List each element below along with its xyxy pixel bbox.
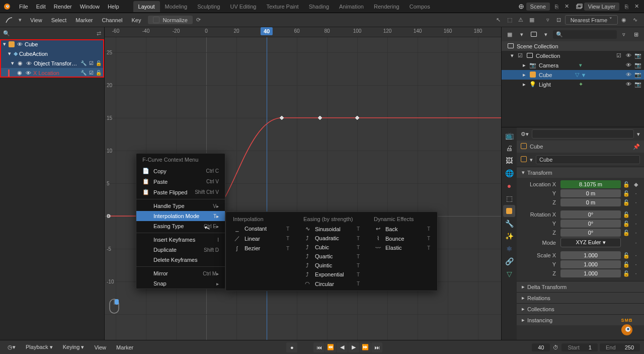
rotation-mode-select[interactable]: XYZ Euler ▾ xyxy=(560,238,621,247)
tab-modeling[interactable]: Modeling xyxy=(160,1,193,12)
channel-row-cube[interactable]: ▾ 👁 Cube xyxy=(0,39,104,49)
editor-type-dropdown-icon[interactable]: ▾ xyxy=(15,15,25,25)
filter-icon[interactable]: ▿ xyxy=(619,29,629,39)
render-camera-icon[interactable]: 📷 xyxy=(634,52,642,59)
editor-type-icon[interactable] xyxy=(4,15,14,25)
disclosure-triangle-icon[interactable]: ▸ xyxy=(522,72,527,78)
lock-icon[interactable]: 🔓 xyxy=(622,229,630,237)
interp-linear[interactable]: ／LinearT xyxy=(228,233,294,244)
disclosure-triangle-icon[interactable]: ▾ xyxy=(2,41,7,47)
options-icon[interactable]: ⚙▾ xyxy=(521,131,529,137)
play-forward-icon[interactable]: ▶ xyxy=(348,342,359,352)
rotation-x-value[interactable]: 0° xyxy=(560,210,621,219)
visibility-eye-icon[interactable]: 👁 xyxy=(16,41,23,47)
current-frame-field[interactable]: 40 xyxy=(532,343,550,351)
keyframe-icon[interactable]: · xyxy=(632,229,640,237)
location-y-value[interactable]: 0 m xyxy=(560,189,621,197)
proportional-falloff-icon[interactable]: ∿ xyxy=(630,15,640,25)
ctx-paste-flipped[interactable]: 📋Paste FlippedShift Ctrl V xyxy=(136,187,225,197)
timeline-marker-menu[interactable]: Marker xyxy=(113,343,137,352)
keyframe-icon[interactable]: · xyxy=(632,269,640,277)
graph-canvas[interactable]: -60 -40 -20 0 20 40 60 80 100 120 140 16… xyxy=(105,27,501,340)
render-camera-icon[interactable]: 📷 xyxy=(634,81,642,88)
tab-shading[interactable]: Shading xyxy=(304,1,334,12)
checkbox-icon[interactable]: ☑ xyxy=(88,60,95,67)
snap-icon[interactable]: ⊡ xyxy=(554,15,564,25)
outliner-dropdown-icon[interactable]: ▾ xyxy=(517,29,527,39)
ctx-delete-keyframes[interactable]: Delete Keyframes xyxy=(136,255,225,265)
instancing-panel-header[interactable]: ▸Instancing xyxy=(517,314,644,325)
normalize-toggle[interactable]: Normalize xyxy=(148,16,193,24)
scale-y-value[interactable]: 1.000 xyxy=(560,260,621,268)
render-camera-icon[interactable]: 📷 xyxy=(634,72,642,78)
dropdown-icon[interactable]: ▾ xyxy=(530,157,533,163)
visibility-eye-icon[interactable]: 👁 xyxy=(624,62,632,68)
tab-sculpting[interactable]: Sculpting xyxy=(192,1,225,12)
selection-circle-icon[interactable]: ◉ xyxy=(17,60,24,66)
keyframe-icon[interactable]: · xyxy=(632,220,640,228)
menu-render[interactable]: Render xyxy=(50,2,76,12)
visibility-eye-icon[interactable]: 👁 xyxy=(624,72,632,78)
proportional-edit-icon[interactable]: ◉ xyxy=(619,15,629,25)
overlap-icon[interactable]: ▦ xyxy=(527,15,537,25)
keyframe-icon[interactable]: · xyxy=(632,251,640,259)
lock-icon[interactable]: 🔓 xyxy=(95,69,102,77)
ctx-interpolation-mode[interactable]: Interpolation ModeT▸ xyxy=(136,211,225,221)
jump-keyframe-back-icon[interactable]: ⏪ xyxy=(325,342,336,352)
proptab-output[interactable]: 🖨 xyxy=(503,142,515,154)
lock-icon[interactable]: 🔓 xyxy=(622,180,630,188)
interp-constant[interactable]: ⎯ConstantT xyxy=(228,224,294,233)
scene-delete-icon[interactable]: ✕ xyxy=(562,2,572,11)
channel-row-action[interactable]: ▾ ◆ CubeAction xyxy=(0,49,104,58)
pin-icon[interactable]: 📌 xyxy=(633,144,640,150)
search-icon[interactable]: 🔍 xyxy=(3,30,10,37)
lock-icon[interactable]: 🔓 xyxy=(622,189,630,197)
start-frame-field[interactable]: Start 1 xyxy=(561,343,597,351)
proptab-modifiers[interactable]: 🔧 xyxy=(503,218,515,230)
playhead-line[interactable] xyxy=(267,27,267,340)
ease-exponential[interactable]: ⤴ExponentialT xyxy=(298,270,365,279)
jump-to-start-icon[interactable]: ⏮ xyxy=(313,342,325,352)
viewlayer-name-field[interactable]: View Layer xyxy=(584,3,619,11)
scale-z-value[interactable]: 1.000 xyxy=(560,269,621,277)
menu-file[interactable]: File xyxy=(15,2,32,12)
proptab-scene[interactable]: 🌐 xyxy=(503,167,515,179)
menu-channel[interactable]: Channel xyxy=(98,16,126,25)
timeline-editor-icon[interactable]: ◷▾ xyxy=(4,342,19,352)
proptab-world[interactable]: ● xyxy=(503,180,515,192)
outliner-search[interactable]: 🔍 xyxy=(553,30,617,39)
ease-quintic[interactable]: ⤴QuinticT xyxy=(298,261,365,270)
outliner-light-row[interactable]: ▸ 💡 Light ✦ 👁 📷 xyxy=(502,80,644,89)
outliner-camera-row[interactable]: ▸ 📷 Camera ▾ 👁 📷 xyxy=(502,60,644,70)
ctx-handle-type[interactable]: Handle TypeV▸ xyxy=(136,201,225,211)
wrench-icon[interactable]: 🔧 xyxy=(80,60,87,67)
play-reverse-icon[interactable]: ◀ xyxy=(337,342,348,352)
menu-key[interactable]: Key xyxy=(127,16,145,25)
ctx-easing-type[interactable]: Easing TypeCtrl E▸ xyxy=(136,221,225,231)
timeline-keying-menu[interactable]: Keying ▾ xyxy=(59,342,88,352)
ease-cubic[interactable]: ⤴CubicT xyxy=(298,243,365,252)
channel-row-transforms[interactable]: ▾ ◉ 👁 Object Transforms 🔧 ☑ 🔓 xyxy=(0,58,104,68)
checkbox-icon[interactable]: ☑ xyxy=(88,69,95,77)
disclosure-triangle-icon[interactable]: ▸ xyxy=(522,62,527,68)
menu-edit[interactable]: Edit xyxy=(32,2,50,12)
lock-icon[interactable]: 🔓 xyxy=(622,198,630,206)
layer-delete-icon[interactable]: ✕ xyxy=(632,2,641,11)
dyn-elastic[interactable]: 〰ElasticT xyxy=(369,243,435,252)
auto-normalize-icon[interactable]: ⟳ xyxy=(194,15,204,25)
lock-icon[interactable]: 🔓 xyxy=(622,269,630,277)
disclosure-triangle-icon[interactable]: ▾ xyxy=(510,52,515,59)
collections-panel-header[interactable]: ▸Collections xyxy=(517,303,644,314)
ripple-icon[interactable]: ⚠ xyxy=(516,15,526,25)
wrench-icon[interactable]: 🔧 xyxy=(80,69,87,77)
ctx-snap[interactable]: Snap▸ xyxy=(136,278,225,289)
visibility-eye-icon[interactable]: 👁 xyxy=(624,81,632,88)
disclosure-triangle-icon[interactable]: ▾ xyxy=(7,50,12,57)
scale-x-value[interactable]: 1.000 xyxy=(560,251,621,259)
ease-quadratic[interactable]: ⤴QuadraticT xyxy=(298,234,365,243)
keyframe-icon[interactable]: · xyxy=(632,210,640,219)
swap-arrow-icon[interactable]: ⇄ xyxy=(97,30,101,37)
ease-sinusoidal[interactable]: ∿SinusoidalT xyxy=(298,224,365,234)
layer-browse-icon[interactable] xyxy=(576,3,583,10)
location-z-value[interactable]: 0 m xyxy=(560,198,621,206)
